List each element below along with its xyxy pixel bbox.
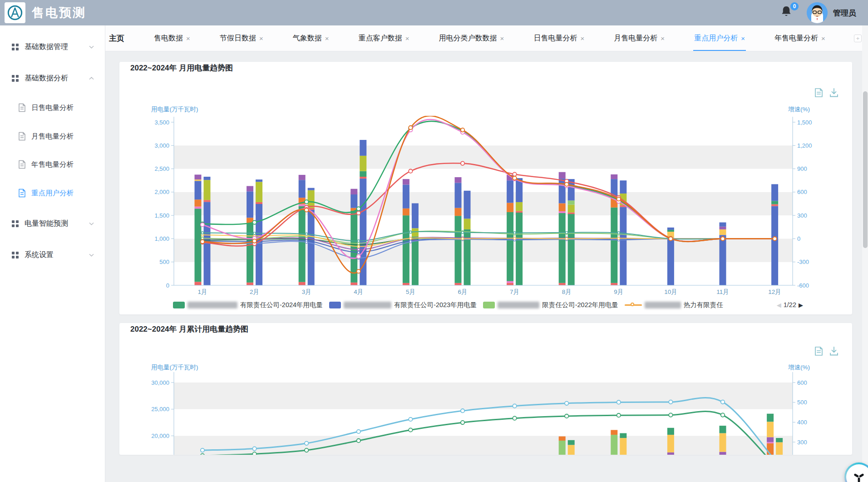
tab-close-icon[interactable]: × [821,35,825,42]
scrollbar-thumb[interactable] [863,91,868,248]
svg-text:300: 300 [797,439,807,446]
svg-text:7月: 7月 [510,288,519,295]
svg-text:500: 500 [159,258,169,265]
legend-line-marker [625,302,642,308]
svg-text:6月: 6月 [458,288,467,295]
tab-主页[interactable]: 主页 [108,25,125,51]
menu-grid-icon [12,44,19,50]
tab-label: 气象数据 [293,34,322,43]
tab-close-icon[interactable]: × [186,35,190,42]
tab-label: 用电分类户数数据 [439,34,497,43]
tab-close-icon[interactable]: × [405,35,409,42]
legend-label: 限责任公司-2022年用电量 [542,301,618,309]
svg-text:11月: 11月 [716,288,729,295]
tab-气象数据[interactable]: 气象数据× [292,25,330,51]
document-icon [18,160,26,169]
new-tab-button[interactable]: + [854,35,862,42]
download-icon[interactable] [829,87,839,98]
legend-next-button[interactable]: ▶ [799,302,803,308]
monthly-usage-chart[interactable]: 3,5003,0002,5002,0001,5001,00050001,5001… [119,105,853,298]
sidebar-item-label: 重点用户分析 [31,189,74,198]
sidebar-item-label: 月售电量分析 [31,132,74,141]
svg-text:4月: 4月 [354,288,363,295]
document-icon [18,189,26,198]
notification-badge: 0 [790,2,799,10]
tab-售电数据[interactable]: 售电数据× [153,25,191,51]
data-view-icon[interactable] [813,87,824,98]
tab-close-icon[interactable]: × [259,35,263,42]
svg-text:500: 500 [797,399,807,406]
tab-close-icon[interactable]: × [741,35,745,42]
tab-label: 月售电量分析 [614,34,657,43]
chevron-up-icon [89,76,94,81]
bell-icon [780,12,792,20]
tab-重点用户分析[interactable]: 重点用户分析× [693,25,746,51]
legend-label: 有限责任公司-2024年用电量 [240,301,323,309]
menu-grid-icon [12,75,19,82]
chart2-title: 2022~2024年 月累计用电量趋势图 [130,324,248,334]
notifications-button[interactable]: 0 [780,5,794,20]
svg-text:30,000: 30,000 [151,379,169,386]
tab-close-icon[interactable]: × [500,35,504,42]
svg-text:3月: 3月 [302,288,311,295]
svg-text:1,500: 1,500 [154,212,169,219]
chevron-down-icon [89,221,94,226]
download-icon[interactable] [829,346,839,357]
tab-close-icon[interactable]: × [580,35,584,42]
data-view-icon[interactable] [813,346,824,357]
svg-text:600: 600 [797,189,807,195]
menu-grid-icon [12,252,19,258]
tab-close-icon[interactable]: × [325,35,329,42]
legend-blurred-name [344,302,391,308]
legend-item[interactable]: 热力有限责任 [625,301,723,309]
cumulative-usage-chart[interactable]: 30,00025,00020,000600500400300用电量(万千瓦时)增… [119,359,853,455]
legend-item[interactable]: 有限责任公司-2024年用电量 [173,301,323,309]
svg-text:2月: 2月 [250,288,259,295]
sidebar-item-monthly-sales[interactable]: 月售电量分析 [0,126,105,146]
sidebar-item-label: 基础数据分析 [25,74,68,83]
page-scrollbar[interactable] [862,25,868,482]
svg-text:400: 400 [797,419,807,426]
svg-text:20,000: 20,000 [151,432,169,439]
chevron-down-icon [89,45,94,50]
svg-text:-600: -600 [797,282,809,289]
tab-节假日数据[interactable]: 节假日数据× [219,25,264,51]
sidebar-item-yearly-sales[interactable]: 年售电量分析 [0,154,105,174]
tab-label: 日售电量分析 [533,34,577,43]
svg-text:1,000: 1,000 [154,235,169,242]
legend-label: 热力有限责任 [684,301,723,309]
svg-text:8月: 8月 [562,288,572,295]
sidebar-item-basic-data-analysis[interactable]: 基础数据分析 [0,68,105,88]
tab-close-icon[interactable]: × [661,35,665,42]
svg-text:0: 0 [166,282,169,289]
chevron-down-icon [89,253,94,258]
sidebar-item-smart-forecast[interactable]: 电量智能预测 [0,214,105,234]
svg-text:600: 600 [797,379,807,386]
sidebar-item-basic-data-mgmt[interactable]: 基础数据管理 [0,37,105,57]
tab-日售电量分析[interactable]: 日售电量分析× [533,25,585,51]
tab-月售电量分析[interactable]: 月售电量分析× [613,25,666,51]
user-avatar[interactable] [807,2,828,23]
sidebar-item-daily-sales[interactable]: 日售电量分析 [0,98,105,118]
app-header: 售电预测 0 [0,0,868,25]
sidebar-item-system-settings[interactable]: 系统设置 [0,245,105,265]
user-name: 管理员 [833,8,856,18]
tab-label: 重点用户分析 [694,34,738,43]
tab-用电分类户数数据[interactable]: 用电分类户数数据× [438,25,505,51]
legend-item[interactable]: 限责任公司-2022年用电量 [483,301,618,309]
sidebar-item-key-users[interactable]: 重点用户分析 [0,183,105,203]
legend-label: 有限责任公司-2023年用电量 [394,301,477,309]
sidebar-item-label: 基础数据管理 [25,42,68,52]
svg-text:5月: 5月 [406,288,415,295]
legend-prev-button[interactable]: ◀ [777,302,781,308]
tab-年售电量分析[interactable]: 年售电量分析× [774,25,826,51]
legend-swatch [173,302,185,308]
chart1-title: 2022~2024年 月用电量趋势图 [130,63,233,73]
legend-item[interactable]: 有限责任公司-2023年用电量 [329,301,477,309]
app-root: 售电预测 0 [0,0,868,482]
svg-text:增速(%): 增速(%) [788,364,810,371]
tab-重点客户数据[interactable]: 重点客户数据× [358,25,410,51]
svg-text:2,000: 2,000 [154,189,169,195]
sidebar-item-label: 系统设置 [25,250,54,260]
svg-text:2,500: 2,500 [154,165,169,172]
